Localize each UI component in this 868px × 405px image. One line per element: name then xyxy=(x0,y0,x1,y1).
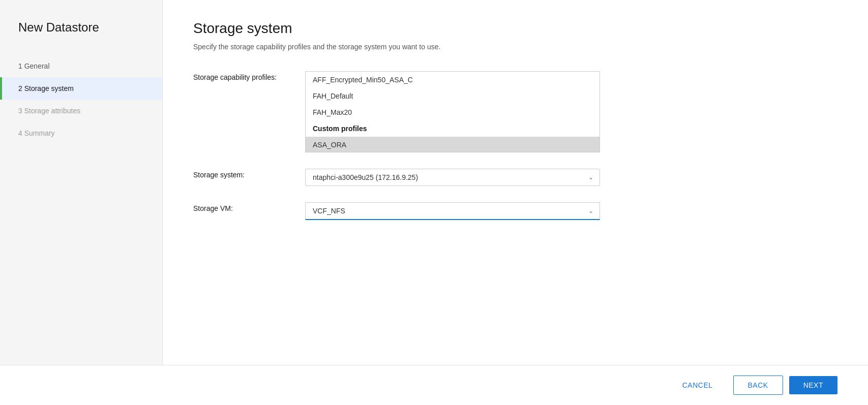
storage-vm-dropdown[interactable]: VCF_NFS ⌄ xyxy=(305,202,600,220)
next-button[interactable]: NEXT xyxy=(789,376,837,394)
storage-capability-profiles-label: Storage capability profiles: xyxy=(193,71,305,81)
form-section: Storage capability profiles: AFF_Encrypt… xyxy=(193,71,837,345)
list-item[interactable]: FAH_Default xyxy=(306,88,600,104)
list-item[interactable]: ASA_ORA xyxy=(306,137,600,152)
sidebar-step-label: 3 xyxy=(18,107,22,115)
sidebar-step-text: General xyxy=(24,62,50,70)
storage-vm-row: Storage VM: VCF_NFS ⌄ xyxy=(193,202,837,220)
sidebar-item-storage-attributes[interactable]: 3 Storage attributes xyxy=(0,100,162,122)
storage-system-value: ntaphci-a300e9u25 (172.16.9.25) xyxy=(313,173,418,181)
sidebar-item-storage-system[interactable]: 2 Storage system xyxy=(0,77,162,100)
sidebar-step-label: 1 xyxy=(18,62,22,70)
sidebar-steps: 1 General 2 Storage system 3 Storage att… xyxy=(0,55,162,144)
footer: CANCEL BACK NEXT xyxy=(0,365,868,405)
cancel-button[interactable]: CANCEL xyxy=(668,376,727,394)
list-item-group-header: Custom profiles xyxy=(306,120,600,137)
chevron-down-icon: ⌄ xyxy=(588,207,593,214)
storage-vm-value: VCF_NFS xyxy=(313,207,345,215)
storage-capability-profiles-control: AFF_Encrypted_Min50_ASA_C FAH_Default FA… xyxy=(305,71,600,152)
sidebar-item-summary[interactable]: 4 Summary xyxy=(0,122,162,144)
sidebar-step-label: 4 xyxy=(18,129,22,137)
storage-system-row: Storage system: ntaphci-a300e9u25 (172.1… xyxy=(193,169,837,186)
sidebar-step-text: Summary xyxy=(24,129,55,137)
storage-vm-label: Storage VM: xyxy=(193,202,305,212)
storage-system-control: ntaphci-a300e9u25 (172.16.9.25) ⌄ xyxy=(305,169,600,186)
sidebar-step-label: 2 xyxy=(18,84,22,92)
storage-vm-control: VCF_NFS ⌄ xyxy=(305,202,600,220)
storage-capability-profiles-row: Storage capability profiles: AFF_Encrypt… xyxy=(193,71,837,152)
sidebar-step-text: Storage system xyxy=(24,84,74,92)
main-content: Storage system Specify the storage capab… xyxy=(163,0,868,365)
back-button[interactable]: BACK xyxy=(733,376,783,395)
sidebar-step-text: Storage attributes xyxy=(24,107,81,115)
chevron-down-icon: ⌄ xyxy=(588,174,593,181)
page-subtitle: Specify the storage capability profiles … xyxy=(193,43,837,51)
storage-system-dropdown[interactable]: ntaphci-a300e9u25 (172.16.9.25) ⌄ xyxy=(305,169,600,186)
list-item[interactable]: FAH_Max20 xyxy=(306,104,600,120)
page-title: Storage system xyxy=(193,20,837,37)
sidebar-title: New Datastore xyxy=(0,20,162,55)
sidebar: New Datastore 1 General 2 Storage system… xyxy=(0,0,163,365)
list-item[interactable]: AFF_Encrypted_Min50_ASA_C xyxy=(306,72,600,88)
storage-capability-profiles-listbox[interactable]: AFF_Encrypted_Min50_ASA_C FAH_Default FA… xyxy=(305,71,600,152)
storage-system-label: Storage system: xyxy=(193,169,305,179)
sidebar-item-general[interactable]: 1 General xyxy=(0,55,162,77)
